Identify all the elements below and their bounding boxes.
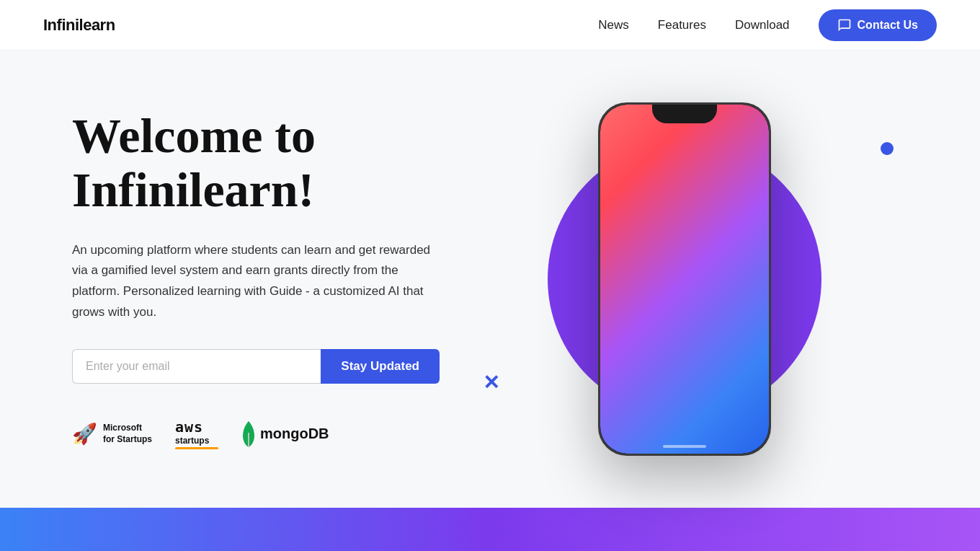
phone-mockup <box>598 102 771 456</box>
ms-rocket-icon: 🚀 <box>72 422 97 446</box>
mongo-leaf-icon <box>241 421 256 447</box>
site-logo[interactable]: Infinilearn <box>43 16 115 35</box>
hero-section: Welcome to Infinilearn! An upcoming plat… <box>0 50 980 508</box>
phone-screen <box>600 105 769 454</box>
stay-updated-button[interactable]: Stay Updated <box>321 349 440 384</box>
hero-left: Welcome to Infinilearn! An upcoming plat… <box>72 109 461 449</box>
nav-link-news[interactable]: News <box>598 18 629 32</box>
phone-device <box>598 102 771 456</box>
email-form: Stay Updated <box>72 349 440 384</box>
phone-home-bar <box>663 445 706 448</box>
footer-gradient-bar <box>0 508 980 551</box>
phone-notch <box>652 105 717 123</box>
contact-us-button[interactable]: Contact Us <box>819 9 937 41</box>
nav-link-download[interactable]: Download <box>735 18 790 32</box>
hero-title-line2: Infinilearn! <box>72 162 314 217</box>
hero-right: ✕ <box>461 99 908 459</box>
hero-title: Welcome to Infinilearn! <box>72 109 461 217</box>
chat-icon <box>837 18 852 32</box>
email-input[interactable] <box>72 349 321 384</box>
hero-description: An upcoming platform where students can … <box>72 240 432 324</box>
aws-arrow-decoration <box>175 447 218 449</box>
hero-title-line1: Welcome to <box>72 108 316 163</box>
nav-link-features[interactable]: Features <box>658 18 706 32</box>
aws-partner-logo: aws startups <box>175 418 218 449</box>
nav-links: News Features Download Contact Us <box>598 9 937 41</box>
contact-us-label: Contact Us <box>858 19 918 32</box>
microsoft-partner-logo: 🚀 Microsoftfor Startups <box>72 422 152 446</box>
ms-partner-text: Microsoftfor Startups <box>103 423 152 445</box>
partner-logos: 🚀 Microsoftfor Startups aws startups mon… <box>72 418 461 449</box>
x-mark-decoration: ✕ <box>483 371 499 394</box>
navbar: Infinilearn News Features Download Conta… <box>0 0 980 50</box>
blue-dot-decoration <box>881 142 894 155</box>
mongodb-text: mongoDB <box>260 426 329 442</box>
aws-logo-text: aws <box>175 418 203 436</box>
aws-startups-text: startups <box>175 436 209 446</box>
mongodb-partner-logo: mongoDB <box>241 421 329 447</box>
